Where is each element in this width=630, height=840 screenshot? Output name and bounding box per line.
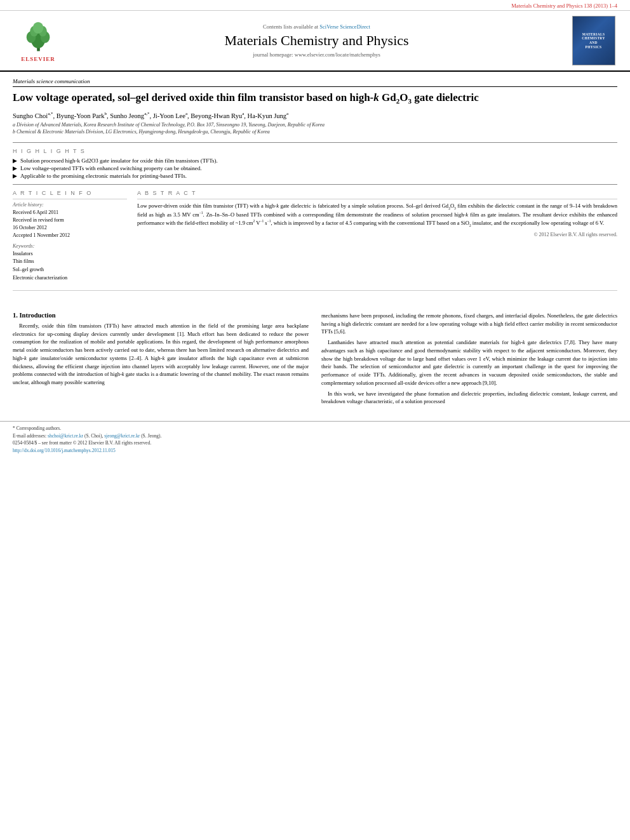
rule-before-body (13, 290, 617, 291)
kw-1: Insulators (13, 250, 127, 258)
sciverse-line: Contents lists available at SciVerse Sci… (263, 23, 370, 30)
doi-link[interactable]: http://dx.doi.org/10.1016/j.matchemphys.… (13, 448, 116, 453)
affil-b: b Chemical & Electronic Materials Divisi… (13, 128, 617, 135)
highlight-arrow-1: ▶ (13, 157, 17, 164)
corresponding-authors-note: * Corresponding authors. (13, 425, 617, 431)
article-type: Materials science communication (13, 78, 617, 87)
highlight-item-2: ▶ Low voltage-operated TFTs with enhance… (13, 165, 617, 171)
article-info-abstract-row: A R T I C L E I N F O Article history: R… (13, 190, 617, 283)
affiliations: a Division of Advanced Materials, Korea … (13, 121, 617, 135)
main-content: Materials science communication Low volt… (0, 72, 630, 415)
page-footer: * Corresponding authors. E-mail addresse… (0, 421, 630, 457)
page: Materials Chemistry and Physics 138 (201… (0, 0, 630, 840)
accepted-date: Accepted 1 November 2012 (13, 232, 127, 239)
received-date: Received 6 April 2011 (13, 209, 127, 217)
elsevier-label-text: ELSEVIER (21, 56, 55, 62)
abstract-copyright: © 2012 Elsevier B.V. All rights reserved… (137, 232, 617, 237)
cover-box: MATERIALSCHEMISTRYANDPHYSICS (572, 16, 615, 65)
footer-emails: E-mail addresses: shchoi@krict.re.kr (S.… (13, 432, 617, 439)
footer-copyright: 0254-0584/$ – see front matter © 2012 El… (13, 439, 617, 446)
intro-text-right: mechanisms have been proposed, including… (321, 312, 617, 406)
highlight-item-3: ▶ Applicable to the promising electronic… (13, 173, 617, 179)
highlights-label: H I G H L I G H T S (13, 148, 617, 154)
title-dash: – (130, 91, 136, 103)
affil-a: a Division of Advanced Materials, Korea … (13, 121, 617, 128)
revised-date: 16 October 2012 (13, 224, 127, 232)
email-label: E-mail addresses: (13, 433, 46, 439)
highlight-item-1: ▶ Solution processed high-k Gd2O3 gate i… (13, 157, 617, 164)
elsevier-tree-icon (21, 20, 56, 55)
journal-citation: Materials Chemistry and Physics 138 (201… (511, 3, 617, 9)
keywords-label: Keywords: (13, 243, 127, 249)
kw-2: Thin films (13, 258, 127, 266)
footer-doi: http://dx.doi.org/10.1016/j.matchemphys.… (13, 447, 617, 454)
article-info-col: A R T I C L E I N F O Article history: R… (13, 190, 127, 283)
rule-after-affiliations (13, 142, 617, 143)
kw-3: Sol–gel growth (13, 266, 127, 274)
sciverse-link[interactable]: SciVerse ScienceDirect (319, 23, 370, 30)
journal-title-block: Contents lists available at SciVerse Sci… (70, 16, 563, 65)
abstract-rule (137, 199, 617, 199)
authors-line: Sungho Choia,*, Byung-Yoon Parkb, Sunho … (13, 111, 617, 119)
intro-heading: 1. Introduction (13, 312, 309, 319)
email-schoi[interactable]: shchoi@krict.re.kr (48, 433, 83, 439)
header-section: ELSEVIER Contents lists available at Sci… (0, 11, 630, 72)
article-info-label: A R T I C L E I N F O (13, 190, 127, 196)
highlight-arrow-3: ▶ (13, 173, 17, 179)
history-label: Article history: (13, 202, 127, 208)
body-col-left: 1. Introduction Recently, oxide thin fil… (13, 312, 309, 408)
cover-title: MATERIALSCHEMISTRYANDPHYSICS (582, 32, 605, 49)
title-text-2: gel derived oxide thin film transistor b… (136, 91, 479, 103)
journal-cover-image: MATERIALSCHEMISTRYANDPHYSICS (570, 16, 617, 65)
highlights-section: H I G H L I G H T S ▶ Solution processed… (13, 148, 617, 179)
info-rule-1 (13, 199, 127, 199)
journal-homepage: journal homepage: www.elsevier.com/locat… (253, 51, 380, 58)
journal-top-bar: Materials Chemistry and Physics 138 (201… (0, 0, 630, 11)
intro-text-left: Recently, oxide thin film transistors (T… (13, 322, 309, 387)
email-sjeong[interactable]: sjeong@krict.re.kr (104, 433, 140, 439)
body-two-col: 1. Introduction Recently, oxide thin fil… (13, 312, 617, 408)
journal-main-title: Materials Chemistry and Physics (224, 32, 408, 49)
kw-4: Electronic characterization (13, 274, 127, 283)
highlight-arrow-2: ▶ (13, 165, 17, 171)
article-title: Low voltage operated, sol–gel derived ox… (13, 91, 617, 106)
abstract-text: Low power-driven oxide thin film transis… (137, 202, 617, 228)
abstract-label: A B S T R A C T (137, 190, 617, 196)
title-text-1: Low voltage operated, sol (13, 91, 130, 103)
rule-after-highlights (13, 184, 617, 185)
body-col-right: mechanisms have been proposed, including… (321, 312, 617, 408)
abstract-col: A B S T R A C T Low power-driven oxide t… (137, 190, 617, 283)
elsevier-logo: ELSEVIER (13, 16, 64, 65)
svg-point-6 (32, 22, 43, 33)
revised-label: Received in revised form (13, 217, 127, 224)
